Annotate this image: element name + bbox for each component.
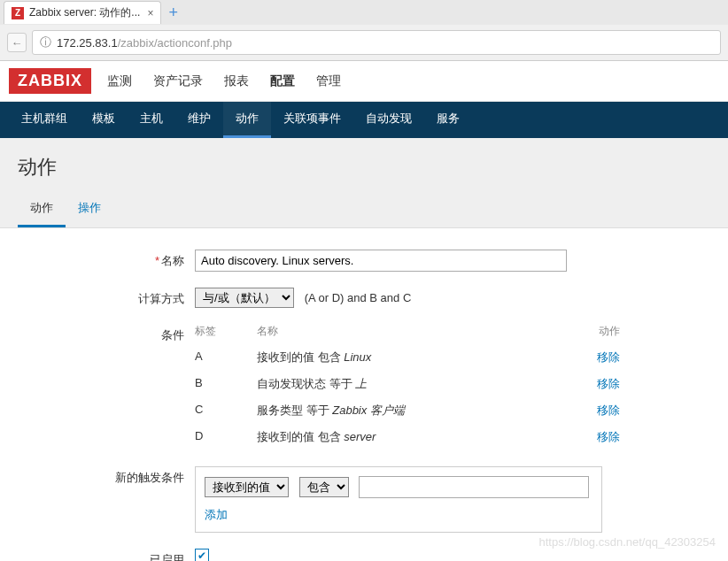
url-host: 172.25.83.1: [57, 36, 118, 50]
nav-item[interactable]: 配置: [268, 70, 297, 93]
remove-link[interactable]: 移除: [597, 377, 620, 390]
back-button[interactable]: ←: [7, 33, 27, 52]
enabled-label: 已启用: [18, 549, 195, 561]
calc-label: 计算方式: [18, 288, 195, 307]
url-bar[interactable]: ⓘ 172.25.83.1/zabbix/actionconf.php: [32, 30, 721, 55]
cond-tag: B: [195, 376, 257, 392]
remove-link[interactable]: 移除: [597, 403, 620, 417]
main-nav: 监测资产记录报表配置管理: [105, 70, 343, 93]
remove-link[interactable]: 移除: [597, 430, 620, 443]
cond-tag: C: [195, 403, 257, 419]
cond-tag: A: [195, 350, 257, 365]
subnav-item[interactable]: 服务: [424, 102, 472, 138]
subnav-item[interactable]: 主机群组: [9, 102, 80, 138]
nav-item[interactable]: 监测: [105, 70, 134, 93]
name-input[interactable]: [195, 250, 567, 272]
calc-select[interactable]: 与/或（默认）: [195, 288, 294, 308]
nav-item[interactable]: 资产记录: [151, 70, 205, 93]
form-tab[interactable]: 动作: [18, 191, 66, 227]
tab-title: Zabbix server: 动作的...: [29, 5, 140, 20]
form-tabs: 动作操作: [0, 191, 728, 228]
nav-item[interactable]: 管理: [314, 70, 343, 93]
cond-label: 条件: [18, 324, 195, 343]
sub-nav: 主机群组模板主机维护动作关联项事件自动发现服务: [0, 102, 728, 138]
url-path: /zabbix/actionconf.php: [118, 36, 232, 50]
cond-head-name: 名称: [257, 324, 576, 339]
add-condition-link[interactable]: 添加: [205, 507, 228, 523]
name-label: 名称: [161, 254, 184, 267]
table-row: A接收到的值 包含 Linux移除: [195, 344, 620, 371]
subnav-item[interactable]: 主机: [128, 102, 175, 138]
new-cond-op-select[interactable]: 包含: [299, 477, 349, 497]
cond-text: 接收到的值 包含 Linux: [257, 350, 576, 365]
cond-text: 自动发现状态 等于 上: [257, 376, 576, 392]
cond-text: 服务类型 等于 Zabbix 客户端: [257, 403, 576, 419]
table-row: C服务类型 等于 Zabbix 客户端移除: [195, 397, 620, 424]
calc-hint: (A or D) and B and C: [305, 291, 412, 304]
table-row: B自动发现状态 等于 上移除: [195, 371, 620, 397]
favicon: Z: [12, 7, 24, 19]
new-cond-value-input[interactable]: [359, 476, 589, 498]
nav-item[interactable]: 报表: [222, 70, 251, 93]
page-title: 动作: [0, 138, 728, 191]
table-row: D接收到的值 包含 server移除: [195, 424, 620, 450]
logo: ZABBIX: [9, 68, 91, 94]
browser-tab[interactable]: Z Zabbix server: 动作的... ×: [4, 1, 161, 24]
info-icon[interactable]: ⓘ: [40, 35, 51, 50]
cond-tag: D: [195, 429, 257, 445]
close-icon[interactable]: ×: [147, 7, 153, 19]
subnav-item[interactable]: 关联项事件: [271, 102, 353, 138]
new-cond-label: 新的触发条件: [18, 466, 195, 486]
subnav-item[interactable]: 模板: [80, 102, 128, 138]
cond-head-tag: 标签: [195, 324, 257, 339]
subnav-item[interactable]: 自动发现: [353, 102, 424, 138]
remove-link[interactable]: 移除: [597, 350, 620, 364]
new-tab-button[interactable]: +: [168, 4, 178, 22]
subnav-item[interactable]: 动作: [223, 102, 271, 138]
form-tab[interactable]: 操作: [66, 191, 113, 227]
subnav-item[interactable]: 维护: [175, 102, 223, 138]
new-cond-type-select[interactable]: 接收到的值: [205, 477, 289, 497]
cond-text: 接收到的值 包含 server: [257, 429, 576, 445]
cond-head-action: 动作: [576, 324, 620, 339]
enabled-checkbox[interactable]: ✔: [195, 549, 209, 561]
